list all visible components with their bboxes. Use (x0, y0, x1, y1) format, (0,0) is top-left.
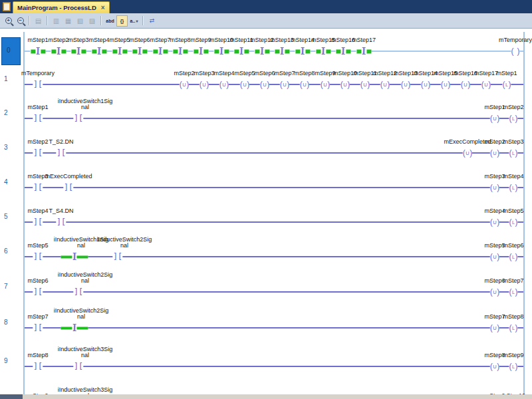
contact-mStep7[interactable]: ][ (33, 324, 43, 332)
tag-label[interactable]: iInductiveSwitch2Sig nal (54, 308, 109, 321)
tag-label[interactable]: mStep5 (234, 70, 255, 77)
contact-mStep16[interactable]: ]/[ (335, 47, 350, 56)
contact-mExecCompleted[interactable]: ][ (63, 184, 73, 192)
tag-label[interactable]: mStep2 (27, 139, 48, 146)
contact-mTemporary[interactable]: ][ (33, 80, 43, 89)
coil-mStep6[interactable]: (L) (509, 253, 517, 261)
rung-number[interactable]: 1 (4, 75, 8, 82)
coil-mStep11[interactable]: (U) (360, 80, 370, 89)
contact-T_S2.DN[interactable]: ][ (56, 149, 66, 158)
tag-label[interactable]: mStep6 (254, 70, 275, 77)
contact-iInductiveSwitch[interactable]: ][ (73, 362, 83, 371)
contact-mStep17[interactable]: ]/[ (356, 47, 371, 56)
tag-label[interactable]: mStep5 (503, 208, 523, 215)
contact-mStep6[interactable]: ][ (33, 288, 43, 297)
contact-mStep4[interactable]: ]/[ (91, 47, 106, 56)
contact-iInductiveSwitch[interactable]: ]/[ (61, 324, 88, 332)
tag-label[interactable]: iInductiveSwitch3Sig nal (58, 346, 113, 359)
rung-number-selected[interactable]: 0 (1, 37, 21, 65)
tag-label[interactable]: mStep9 (503, 352, 523, 359)
tag-label[interactable]: mStep5 (27, 243, 48, 249)
rung-number[interactable]: 3 (4, 144, 8, 151)
zoom-in-button[interactable]: + (3, 15, 14, 27)
coil-mStep7[interactable]: (U) (490, 324, 499, 332)
contact-mStep3[interactable]: ]/[ (70, 47, 86, 56)
rung-number[interactable]: 8 (4, 319, 8, 326)
contact-mStep14[interactable]: ]/[ (295, 47, 310, 56)
tag-label[interactable]: mStep4 (484, 208, 505, 215)
tag-label[interactable]: mStep3 (484, 174, 505, 180)
rung-number[interactable]: 4 (4, 178, 8, 186)
contact-mStep2[interactable]: ]/[ (51, 47, 66, 56)
coil-mStep8[interactable]: (U) (300, 80, 309, 89)
tag-label[interactable]: mStep7 (27, 314, 48, 321)
coil-mStep9[interactable]: (L) (509, 362, 517, 371)
tag-label[interactable]: mStep6 (27, 278, 48, 285)
contact-mStep9[interactable]: ]/[ (193, 47, 208, 56)
rung-number[interactable]: 9 (4, 357, 8, 364)
horizontal-scrollbar[interactable] (0, 394, 532, 399)
tag-label[interactable]: mStep1 (484, 104, 505, 111)
contact-mStep8[interactable]: ][ (33, 362, 43, 371)
coil-mTemporary[interactable]: ( ) (511, 47, 520, 56)
contact-mStep8[interactable]: ]/[ (172, 47, 188, 56)
tag-label[interactable]: mStep17 (474, 70, 498, 77)
contact-mStep1[interactable]: ][ (33, 114, 43, 123)
coil-mStep3[interactable]: (L) (509, 149, 517, 158)
tag-label[interactable]: mStep4 (213, 70, 234, 77)
coil-mStep7[interactable]: (L) (509, 288, 517, 297)
contact-iInductiveSwitch[interactable]: ][ (73, 114, 83, 123)
contact-mStep12[interactable]: ]/[ (254, 47, 269, 56)
coil-mStep10[interactable]: (U) (340, 80, 350, 89)
coil-mStep17[interactable]: (U) (481, 80, 491, 89)
tag-label[interactable]: mExecCompleted (45, 174, 92, 180)
coil-mStep6[interactable]: (U) (260, 80, 269, 89)
coil-mStep5[interactable]: (U) (240, 80, 249, 89)
coil-mStep8[interactable]: (U) (490, 362, 499, 371)
contact-iInductiveSwitch[interactable]: ]/[ (61, 253, 88, 261)
tag-label[interactable]: mStep1 (27, 37, 48, 44)
coil-mStep8[interactable]: (L) (509, 324, 517, 332)
tag-label[interactable]: mStep9 (315, 70, 335, 77)
tag-label[interactable]: mStep3 (503, 139, 523, 146)
coil-mStep12[interactable]: (U) (380, 80, 390, 89)
tag-label[interactable]: mStep6 (129, 37, 150, 44)
rung-number[interactable]: 5 (4, 213, 8, 220)
contact-mStep13[interactable]: ]/[ (274, 47, 289, 56)
tag-label[interactable]: mStep1 (27, 104, 48, 111)
contact-mStep4[interactable]: ][ (33, 218, 43, 227)
tag-label[interactable]: mStep7 (484, 314, 505, 321)
coil-mStep5[interactable]: (U) (490, 253, 499, 261)
tag-label[interactable]: mStep8 (484, 352, 505, 359)
coil-mStep7[interactable]: (U) (280, 80, 289, 89)
contact-mStep1[interactable]: ]/[ (30, 47, 45, 56)
coil-mStep1[interactable]: (U) (490, 114, 499, 123)
contact-mStep6[interactable]: ]/[ (132, 47, 147, 56)
address-display-button[interactable]: a..▾ (128, 15, 140, 27)
tag-label[interactable]: iInductiveSwitch1Sig nal (58, 98, 113, 111)
tag-label[interactable]: mStep7 (274, 70, 295, 77)
tag-label[interactable]: mStep3 (194, 70, 214, 77)
coil-mStep2[interactable]: (U) (180, 80, 189, 89)
contact-mStep2[interactable]: ][ (33, 149, 43, 158)
coil-mStep3[interactable]: (U) (200, 80, 209, 89)
tag-label[interactable]: mTemporary (21, 70, 55, 77)
contact-mStep3[interactable]: ][ (33, 184, 43, 192)
tag-label[interactable]: mStep7 (150, 37, 170, 44)
coil-mStep4[interactable]: (U) (219, 80, 229, 89)
tag-label[interactable]: mStep6 (484, 278, 505, 285)
rung-number[interactable]: 6 (4, 247, 8, 255)
contact-mStep10[interactable]: ]/[ (213, 47, 229, 56)
tag-label[interactable]: mStep4 (88, 37, 109, 44)
coil-mStep6[interactable]: (U) (490, 288, 499, 297)
tag-label[interactable]: mStep5 (484, 243, 505, 249)
tag-label[interactable]: mStep2 (503, 104, 523, 111)
coil-mStep3[interactable]: (U) (490, 184, 499, 192)
tag-label[interactable]: mStep9 (190, 37, 211, 44)
toggle-description-button[interactable]: abd (104, 15, 116, 27)
rung-number[interactable]: 7 (4, 283, 8, 290)
toggle-tag-display-button[interactable]: {} (116, 15, 128, 27)
contact-iInductiveSwitch[interactable]: ][ (112, 253, 122, 261)
coil-mStep5[interactable]: (L) (509, 218, 517, 227)
tag-label[interactable]: T_S4.DN (49, 208, 73, 215)
